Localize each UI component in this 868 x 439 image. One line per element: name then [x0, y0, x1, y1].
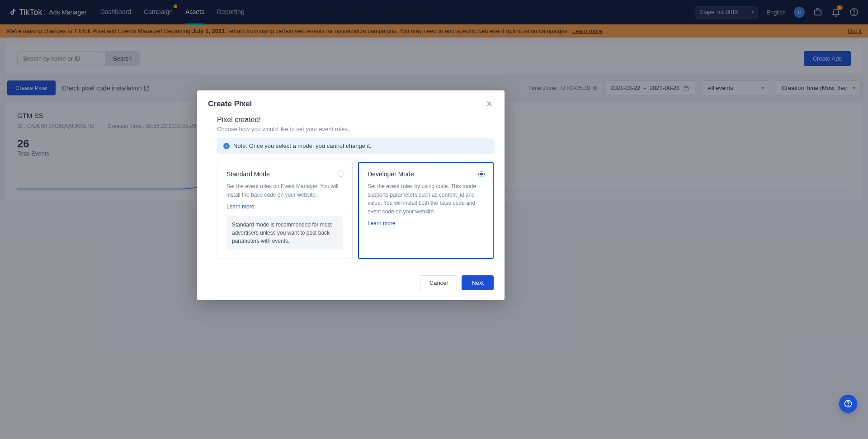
standard-learn-more-link[interactable]: Learn more: [226, 203, 343, 210]
svg-point-7: [848, 406, 848, 406]
developer-mode-card[interactable]: Developer Mode Set the event rules by us…: [358, 162, 494, 259]
mode-cards: Standard Mode Set the event rules on Eve…: [217, 162, 494, 259]
info-note-text: Note: Once you select a mode, you cannot…: [233, 142, 372, 149]
modal-footer: Cancel Next: [197, 267, 505, 300]
developer-mode-title: Developer Mode: [368, 170, 484, 178]
pixel-created-subtitle: Choose how you would like to set your ev…: [217, 126, 494, 132]
cancel-button[interactable]: Cancel: [420, 275, 457, 290]
modal-body: Pixel created! Choose how you would like…: [197, 116, 505, 259]
pixel-created-title: Pixel created!: [217, 116, 494, 124]
radio-icon: [478, 171, 485, 177]
modal-header: Create Pixel ✕: [197, 90, 505, 116]
standard-mode-desc: Set the event rules on Event Manager. Yo…: [226, 182, 343, 199]
standard-mode-title: Standard Mode: [226, 170, 343, 178]
modal-title: Create Pixel: [208, 99, 252, 109]
info-note: i Note: Once you select a mode, you cann…: [217, 138, 494, 154]
help-circle-icon: [844, 399, 853, 408]
close-icon[interactable]: ✕: [485, 99, 494, 109]
info-icon: i: [223, 143, 230, 149]
create-pixel-modal: Create Pixel ✕ Pixel created! Choose how…: [197, 90, 505, 300]
help-fab[interactable]: [839, 395, 857, 413]
standard-mode-card[interactable]: Standard Mode Set the event rules on Eve…: [217, 162, 353, 259]
standard-recommendation: Standard mode is recommended for most ad…: [226, 216, 343, 250]
next-button[interactable]: Next: [462, 275, 494, 290]
developer-mode-desc: Set the event rules by using code. This …: [368, 182, 484, 216]
developer-learn-more-link[interactable]: Learn more: [368, 220, 484, 227]
radio-icon: [338, 170, 344, 177]
